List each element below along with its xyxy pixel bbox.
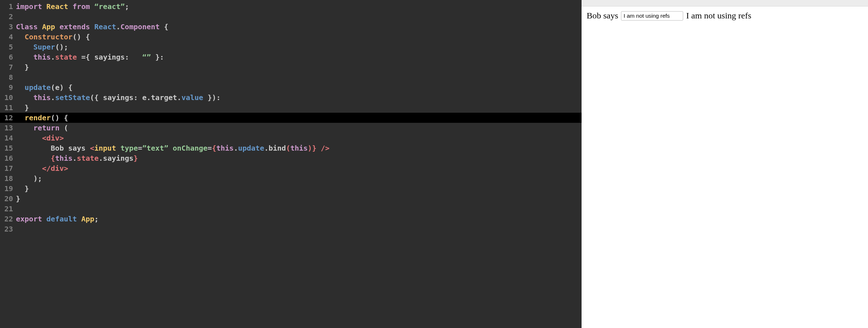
line-number: 18 (0, 173, 16, 184)
line-number: 14 (0, 133, 16, 143)
code-editor[interactable]: 1import React from “react”;23Class App e… (0, 0, 582, 328)
code-content[interactable]: </div> (16, 163, 582, 173)
line-number: 5 (0, 42, 16, 52)
line-number: 6 (0, 52, 16, 62)
code-line[interactable]: 9 update(e) { (0, 82, 582, 92)
code-content[interactable]: Bob says <input type=”text” onChange={th… (16, 143, 582, 153)
line-number: 22 (0, 214, 16, 224)
line-number: 15 (0, 143, 16, 153)
code-content[interactable]: } (16, 62, 582, 72)
preview-panel: Bob says I am not using refs (582, 0, 868, 328)
code-content[interactable]: this.setState({ sayings: e.target.value … (16, 92, 582, 103)
code-content[interactable]: return ( (16, 123, 582, 133)
line-number: 21 (0, 204, 16, 214)
code-content[interactable] (16, 72, 582, 82)
code-line[interactable]: 12 render() { (0, 113, 582, 123)
line-number: 10 (0, 92, 16, 103)
line-number: 23 (0, 224, 16, 234)
code-line[interactable]: 20} (0, 194, 582, 204)
code-line[interactable]: 11 } (0, 103, 582, 113)
code-content[interactable]: render() { (16, 113, 582, 123)
code-line[interactable]: 22export default App; (0, 214, 582, 224)
code-content[interactable] (16, 12, 582, 22)
code-line[interactable]: 3Class App extends React.Component { (0, 22, 582, 32)
line-number: 7 (0, 62, 16, 72)
line-number: 17 (0, 163, 16, 173)
line-number: 9 (0, 82, 16, 92)
preview-toolbar (582, 0, 868, 7)
code-line[interactable]: 19 } (0, 184, 582, 194)
line-number: 8 (0, 72, 16, 82)
code-content[interactable]: ); (16, 173, 582, 184)
code-line[interactable]: 5 Super(); (0, 42, 582, 52)
preview-label: Bob says (587, 11, 618, 21)
code-line[interactable]: 21 (0, 204, 582, 214)
code-line[interactable]: 13 return ( (0, 123, 582, 133)
code-line[interactable]: 17 </div> (0, 163, 582, 173)
code-content[interactable]: import React from “react”; (16, 1, 582, 12)
code-line[interactable]: 16 {this.state.sayings} (0, 153, 582, 163)
code-line[interactable]: 18 ); (0, 173, 582, 184)
code-content[interactable]: this.state ={ sayings: “” }: (16, 52, 582, 62)
code-line[interactable]: 2 (0, 12, 582, 22)
code-content[interactable]: Constructor() { (16, 32, 582, 42)
code-content[interactable]: {this.state.sayings} (16, 153, 582, 163)
line-number: 13 (0, 123, 16, 133)
preview-body: Bob says I am not using refs (582, 7, 868, 25)
code-line[interactable]: 10 this.setState({ sayings: e.target.val… (0, 92, 582, 103)
sayings-echo: I am not using refs (686, 11, 751, 21)
line-number: 19 (0, 184, 16, 194)
code-line[interactable]: 8 (0, 72, 582, 82)
line-number: 12 (0, 113, 16, 123)
code-content[interactable]: } (16, 194, 582, 204)
code-content[interactable]: } (16, 103, 582, 113)
code-line[interactable]: 23 (0, 224, 582, 234)
line-number: 1 (0, 1, 16, 12)
line-number: 4 (0, 32, 16, 42)
code-content[interactable]: update(e) { (16, 82, 582, 92)
code-content[interactable]: Super(); (16, 42, 582, 52)
code-line[interactable]: 15 Bob says <input type=”text” onChange=… (0, 143, 582, 153)
line-number: 20 (0, 194, 16, 204)
code-content[interactable]: } (16, 184, 582, 194)
code-line[interactable]: 4 Constructor() { (0, 32, 582, 42)
code-line[interactable]: 1import React from “react”; (0, 1, 582, 12)
code-content[interactable]: Class App extends React.Component { (16, 22, 582, 32)
sayings-input[interactable] (621, 11, 683, 21)
line-number: 16 (0, 153, 16, 163)
code-content[interactable] (16, 204, 582, 214)
code-content[interactable] (16, 224, 582, 234)
code-line[interactable]: 6 this.state ={ sayings: “” }: (0, 52, 582, 62)
code-content[interactable]: <div> (16, 133, 582, 143)
line-number: 3 (0, 22, 16, 32)
code-line[interactable]: 14 <div> (0, 133, 582, 143)
line-number: 11 (0, 103, 16, 113)
code-content[interactable]: export default App; (16, 214, 582, 224)
code-line[interactable]: 7 } (0, 62, 582, 72)
line-number: 2 (0, 12, 16, 22)
